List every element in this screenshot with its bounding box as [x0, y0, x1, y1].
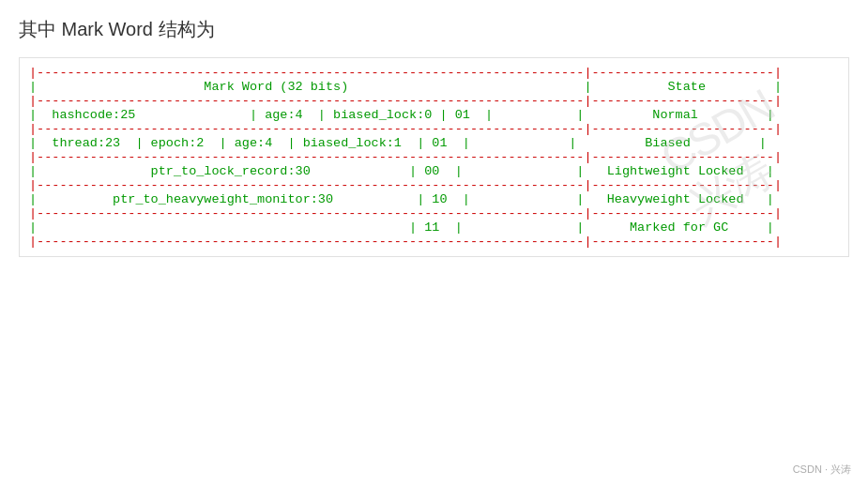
row-lightweight: | ptr_to_lock_record:30 | 00 | | Lightwe… — [29, 164, 774, 178]
dashed-line-3: |---------------------------------------… — [29, 150, 782, 164]
table-content: |---------------------------------------… — [29, 66, 839, 249]
row-heavyweight: | ptr_to_heavyweight_monitor:30 | 10 | |… — [29, 192, 774, 206]
dashed-line-6: |---------------------------------------… — [29, 235, 782, 249]
page-title: 其中 Mark Word 结构为 — [19, 17, 849, 42]
row-gc: | | 11 | | Marked for GC | — [29, 220, 774, 235]
dashed-line-2: |---------------------------------------… — [29, 122, 782, 136]
dashed-line-4: |---------------------------------------… — [29, 178, 782, 192]
dashed-line-top: |---------------------------------------… — [29, 66, 782, 80]
header-row: | Mark Word (32 bits) | State | — [29, 80, 782, 94]
row-biased: | thread:23 | epoch:2 | age:4 | biased_l… — [29, 136, 767, 150]
footer-credit: CSDN · 兴涛 — [793, 463, 851, 477]
page-wrapper: 其中 Mark Word 结构为 CSDN兴涛 |---------------… — [0, 0, 868, 486]
dashed-line-1: |---------------------------------------… — [29, 94, 782, 108]
table-container: CSDN兴涛 |--------------------------------… — [19, 57, 849, 257]
dashed-line-5: |---------------------------------------… — [29, 206, 782, 220]
row-normal: | hashcode:25 | age:4 | biased_lock:0 | … — [29, 108, 774, 122]
